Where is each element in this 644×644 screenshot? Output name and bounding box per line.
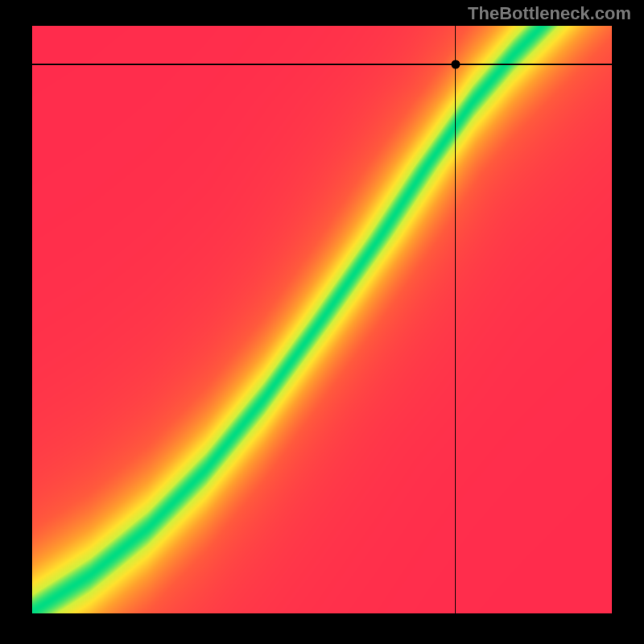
chart-container: TheBottleneck.com (0, 0, 644, 644)
heatmap-plot (32, 26, 612, 613)
selection-marker (451, 60, 460, 69)
heatmap-canvas (32, 26, 612, 613)
crosshair-horizontal (32, 64, 612, 65)
crosshair-vertical (455, 26, 456, 613)
watermark-text: TheBottleneck.com (468, 3, 631, 24)
